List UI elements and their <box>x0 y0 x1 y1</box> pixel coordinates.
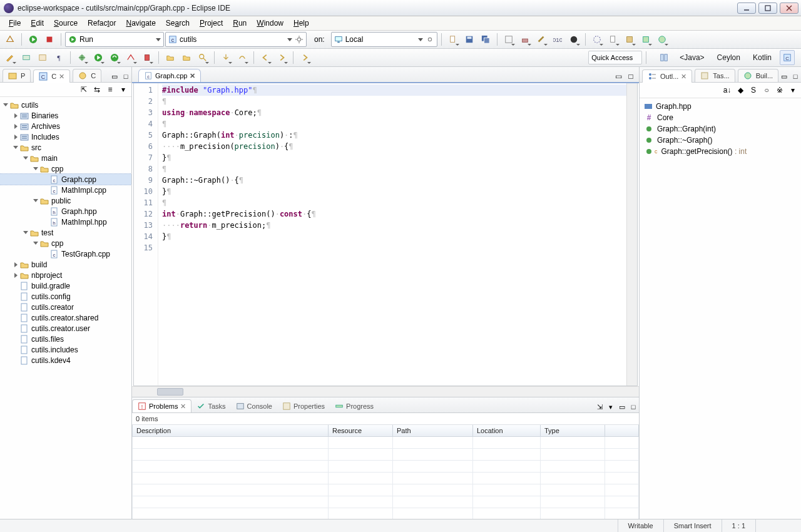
left-minimize-icon[interactable]: ▭ <box>109 71 120 82</box>
outline-menu-icon[interactable]: ▾ <box>787 84 798 96</box>
code-editor[interactable]: 123456789101112131415 #include "Graph.hp… <box>133 83 638 386</box>
toggle-comment-button[interactable] <box>19 50 34 65</box>
menu-help[interactable]: Help <box>288 17 314 29</box>
back-button[interactable] <box>258 50 273 65</box>
tree-node[interactable]: hMathImpl.hpp <box>0 217 131 227</box>
menu-search[interactable]: Search <box>161 17 195 29</box>
run2-button[interactable] <box>91 50 106 65</box>
last-edit-button[interactable] <box>297 50 312 65</box>
quick-access-input[interactable] <box>588 51 642 64</box>
gear-icon[interactable] <box>295 35 304 44</box>
view-menu-icon[interactable]: ▾ <box>118 84 129 95</box>
vertical-scrollbar[interactable] <box>626 83 637 386</box>
project-tree[interactable]: cutilsBinariesArchivesIncludessrcmaincpp… <box>0 97 131 519</box>
outline-item[interactable]: Graph::~Graph() <box>640 135 801 146</box>
tree-node[interactable]: cpp <box>0 163 131 174</box>
problems-menu-icon[interactable]: ▾ <box>605 401 616 412</box>
tab-progress[interactable]: Progress <box>330 400 379 412</box>
run-button[interactable] <box>26 32 41 47</box>
tab-properties[interactable]: Properties <box>277 400 330 412</box>
build-project-button[interactable] <box>518 32 533 47</box>
launch-config-combo[interactable]: c cutils <box>165 32 307 47</box>
tree-node[interactable]: cutils.creator.shared <box>0 312 131 323</box>
tree-node[interactable]: cutils.files <box>0 334 131 344</box>
tree-node[interactable]: src <box>0 142 131 153</box>
right-maximize-icon[interactable]: □ <box>790 71 801 82</box>
toggle-block-button[interactable] <box>35 50 50 65</box>
menu-navigate[interactable]: Navigate <box>121 17 160 29</box>
editor-minimize-icon[interactable]: ▭ <box>613 71 624 82</box>
bottom-maximize-icon[interactable]: □ <box>628 401 639 412</box>
col-header[interactable]: Resource <box>329 425 393 437</box>
forward-button[interactable] <box>274 50 289 65</box>
edit-source-button[interactable] <box>3 50 18 65</box>
tree-node[interactable]: Binaries <box>0 110 131 121</box>
col-header[interactable]: Location <box>473 425 541 437</box>
group-icon[interactable]: ※ <box>774 84 785 96</box>
col-header[interactable]: Type <box>541 425 605 437</box>
save-all-button[interactable] <box>478 32 493 47</box>
outline-item[interactable]: Graph::Graph(int) <box>640 123 801 135</box>
avatar-button[interactable] <box>566 32 581 47</box>
tree-node[interactable]: cpp <box>0 238 131 248</box>
editor-tab-graph[interactable]: c Graph.cpp ✕ <box>138 69 201 82</box>
tree-node[interactable]: cutils.includes <box>0 344 131 355</box>
tab-console[interactable]: Console <box>231 400 277 412</box>
gear-icon[interactable] <box>426 35 434 44</box>
hide-static-icon[interactable]: S <box>748 84 759 96</box>
coverage-button[interactable] <box>107 50 122 65</box>
col-header[interactable]: Description <box>133 425 329 437</box>
tab-tasks[interactable]: Tasks <box>191 400 230 412</box>
step-into-button[interactable] <box>218 50 233 65</box>
menu-window[interactable]: Window <box>252 17 288 29</box>
launch-mode-combo[interactable]: Run <box>65 32 164 47</box>
new-class-button[interactable] <box>655 32 670 47</box>
step-over-button[interactable] <box>235 50 250 65</box>
switch-editor-button[interactable] <box>501 32 516 47</box>
stop-button[interactable] <box>42 32 57 47</box>
menu-source[interactable]: Source <box>49 17 83 29</box>
build-tools-button[interactable] <box>534 32 549 47</box>
tree-node[interactable]: cutils.creator <box>0 302 131 312</box>
variable-button[interactable]: 010 <box>550 32 565 47</box>
code-area[interactable]: #include "Graph.hpp"¶¶using·namespace·Co… <box>158 83 626 386</box>
open-folder-button[interactable] <box>163 50 178 65</box>
tab-c-explorer[interactable]: CC ✕ <box>33 69 70 83</box>
tree-node[interactable]: main <box>0 153 131 163</box>
tree-node[interactable]: build <box>0 259 131 270</box>
perspective-cpp[interactable]: C <box>780 50 795 65</box>
horizontal-scrollbar[interactable] <box>132 386 639 397</box>
tree-node[interactable]: cutils.creator.user <box>0 323 131 334</box>
tree-node[interactable]: cGraph.cpp <box>0 174 131 185</box>
collapse-all-icon[interactable]: ⇱ <box>78 84 89 95</box>
right-minimize-icon[interactable]: ▭ <box>778 71 790 82</box>
perspective-kotlin[interactable]: Kotlin <box>748 51 776 64</box>
menu-run[interactable]: Run <box>228 17 252 29</box>
save-button[interactable] <box>462 32 477 47</box>
tree-node[interactable]: Includes <box>0 131 131 142</box>
open-folder2-button[interactable] <box>179 50 194 65</box>
perspective-ceylon[interactable]: Ceylon <box>713 51 745 64</box>
search-button[interactable] <box>195 50 210 65</box>
sort-icon[interactable]: a↓ <box>722 84 733 96</box>
tree-node[interactable]: test <box>0 227 131 238</box>
debug-button[interactable] <box>74 50 89 65</box>
new-module-button[interactable] <box>638 32 653 47</box>
perspective-java[interactable]: <Java> <box>675 51 708 64</box>
hide-nonpublic-icon[interactable]: ○ <box>761 84 772 96</box>
maximize-button[interactable] <box>758 3 777 14</box>
outline-item[interactable]: Graph.hpp <box>640 101 801 112</box>
left-maximize-icon[interactable]: □ <box>120 71 131 82</box>
hide-fields-icon[interactable]: ◆ <box>735 84 746 96</box>
problems-filter-icon[interactable]: ⇲ <box>594 401 605 412</box>
close-tab-icon[interactable]: ✕ <box>190 72 195 80</box>
tree-root[interactable]: cutils <box>0 100 131 110</box>
open-perspective-button[interactable] <box>656 50 671 65</box>
bottom-minimize-icon[interactable]: ▭ <box>616 401 628 412</box>
tree-node[interactable]: build.gradle <box>0 280 131 291</box>
filter-icon[interactable]: ≡ <box>105 84 116 95</box>
open-task-button[interactable] <box>589 32 605 47</box>
menu-refactor[interactable]: Refactor <box>83 17 121 29</box>
tree-node[interactable]: cTestGraph.cpp <box>0 248 131 259</box>
new-file-button[interactable] <box>606 32 621 47</box>
